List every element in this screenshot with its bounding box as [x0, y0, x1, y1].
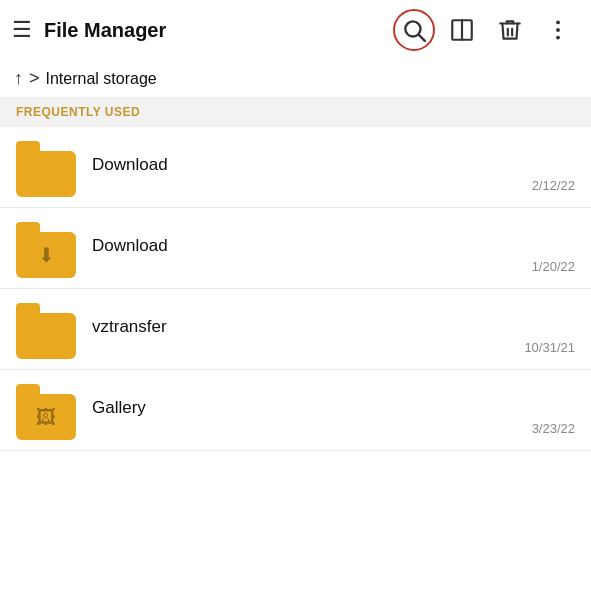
- download-overlay-icon: ⬇: [38, 243, 55, 267]
- app-header: ☰ File Manager: [0, 0, 591, 60]
- list-item[interactable]: ⬇ Download 1/20/22: [0, 208, 591, 289]
- svg-line-1: [419, 35, 425, 41]
- folder-icon: 🖼: [16, 380, 76, 440]
- frequently-used-section-header: FREQUENTLY USED: [0, 97, 591, 127]
- file-info: vztransfer: [92, 317, 575, 341]
- file-name: Download: [92, 236, 575, 256]
- file-name: vztransfer: [92, 317, 575, 337]
- svg-point-4: [556, 20, 560, 24]
- menu-icon[interactable]: ☰: [12, 17, 32, 43]
- file-info: Gallery: [92, 398, 575, 422]
- folder-icon: ⬇: [16, 218, 76, 278]
- split-view-button[interactable]: [441, 9, 483, 51]
- list-item[interactable]: vztransfer 10/31/21: [0, 289, 591, 370]
- breadcrumb-separator: >: [29, 68, 40, 89]
- file-date: 1/20/22: [532, 259, 575, 274]
- folder-icon: [16, 137, 76, 197]
- file-name: Download: [92, 155, 575, 175]
- file-info: Download: [92, 236, 575, 260]
- breadcrumb: ↑ > Internal storage: [0, 60, 591, 97]
- app-title: File Manager: [44, 19, 393, 42]
- file-date: 3/23/22: [532, 421, 575, 436]
- header-actions: [393, 9, 579, 51]
- file-name: Gallery: [92, 398, 575, 418]
- navigate-up-button[interactable]: ↑: [14, 68, 23, 89]
- file-list: Download 2/12/22 ⬇ Download 1/20/22 vztr…: [0, 127, 591, 451]
- list-item[interactable]: Download 2/12/22: [0, 127, 591, 208]
- svg-point-5: [556, 28, 560, 32]
- file-date: 10/31/21: [524, 340, 575, 355]
- file-date: 2/12/22: [532, 178, 575, 193]
- image-overlay-icon: 🖼: [36, 406, 56, 429]
- folder-icon: [16, 299, 76, 359]
- list-item[interactable]: 🖼 Gallery 3/23/22: [0, 370, 591, 451]
- search-button[interactable]: [393, 9, 435, 51]
- more-options-button[interactable]: [537, 9, 579, 51]
- breadcrumb-path: Internal storage: [46, 70, 157, 88]
- svg-point-6: [556, 36, 560, 40]
- file-info: Download: [92, 155, 575, 179]
- delete-button[interactable]: [489, 9, 531, 51]
